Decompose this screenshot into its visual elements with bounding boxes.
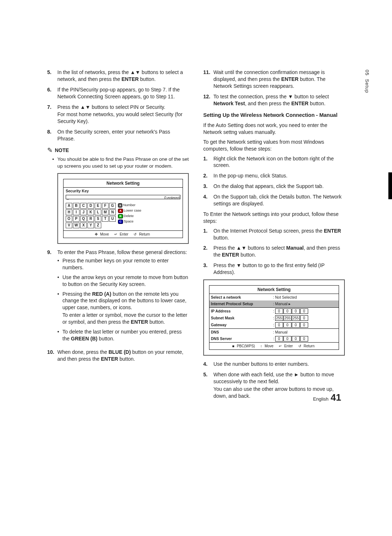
key-c: C xyxy=(80,203,87,209)
step-6: 6. If the PIN/Security pop-up appears, g… xyxy=(47,86,189,100)
enter-step-1: 1.On the Internet Protocol Setup screen,… xyxy=(203,228,345,241)
keyboard-side-buttons: aNumber ALower case BDelete CSpace xyxy=(117,201,143,226)
panel-title: Network Setting xyxy=(64,179,183,188)
net-row: IP Address: 0000 xyxy=(209,307,339,315)
key-q: Q xyxy=(80,216,87,222)
step-11: 11. Wait until the connection confirmati… xyxy=(203,69,345,90)
key-i: I xyxy=(73,209,79,215)
key-y: Y xyxy=(87,222,94,228)
manual-para-1: If the Auto Setting does not work, you n… xyxy=(203,122,345,136)
net-row: DNS Server: 0000 xyxy=(209,335,339,342)
bullet-numbers: Press the number keys on your remote to … xyxy=(62,257,189,271)
win-step-3: 3.On the dialog that appears, click the … xyxy=(203,183,345,190)
key-status: 0 entered xyxy=(64,195,183,201)
step-5: 5. In the list of networks, press the ▲▼… xyxy=(47,69,189,83)
key-d: D xyxy=(87,203,94,209)
key-v: V xyxy=(66,222,72,228)
section-tab: 05 Setup xyxy=(364,70,370,93)
panel-subtitle: Security Key xyxy=(64,188,183,194)
enter-step-2: 2.Press the ▲▼ buttons to select Manual,… xyxy=(203,245,345,258)
note-heading: ✎ NOTE xyxy=(47,146,189,155)
edge-marker xyxy=(388,172,392,199)
key-s: S xyxy=(95,216,101,222)
net-row: DNS: Manual xyxy=(209,328,339,335)
step-7: 7. Press the ▲▼ buttons to select PIN or… xyxy=(47,104,189,125)
manual-heading: Setting Up the Wireless Network Connecti… xyxy=(203,112,345,119)
key-g: G xyxy=(109,203,116,209)
figure-network-setting: Network Setting Select a network: Not Se… xyxy=(203,279,345,356)
bullet-arrows: Use the arrow keys on your remote to mov… xyxy=(62,274,189,288)
key-r: R xyxy=(87,216,94,222)
panel-title: Network Setting xyxy=(209,286,339,294)
step-12: 12. To test the connection, press the ▼ … xyxy=(203,93,345,107)
left-column: 5. In the list of networks, press the ▲▼… xyxy=(47,69,189,403)
key-j: J xyxy=(80,209,87,215)
win-step-2: 2.In the pop-up menu, click Status. xyxy=(203,172,345,179)
keyboard-grid: ABCDEFGHIJKLMNOPQRSTUVWXYZ xyxy=(65,203,116,228)
step-10: 10. When done, press the BLUE (D) button… xyxy=(47,349,189,363)
key-p: P xyxy=(73,216,79,222)
bullet-red: Pressing the RED (A) button on the remot… xyxy=(62,291,189,326)
win-step-4: 4.On the Support tab, click the Details … xyxy=(203,193,345,207)
enter-step-4: 4.Use the number buttons to enter number… xyxy=(203,361,345,368)
panel-footer: ■ PBC(WPS) ↕ Move ↵ Enter ↺ Return xyxy=(209,342,339,350)
win-step-1: 1.Right click the Network icon on the bo… xyxy=(203,155,345,169)
manual-para-2: To get the Network setting values from m… xyxy=(203,139,345,152)
enter-step-3: 3.Press the ▼ button to go to the first … xyxy=(203,262,345,276)
key-o: O xyxy=(66,216,72,222)
bullet-green: To delete the last letter or number you … xyxy=(62,328,189,342)
net-row: Internet Protocol Setup: Manual ▸ xyxy=(209,300,339,307)
key-w: W xyxy=(73,222,79,228)
net-row: Select a network: Not Selected xyxy=(209,294,339,300)
key-m: M xyxy=(102,209,109,215)
key-x: X xyxy=(80,222,87,228)
key-t: T xyxy=(102,216,109,222)
note-body: You should be able to find the Pass Phra… xyxy=(47,156,189,169)
key-n: N xyxy=(109,209,116,215)
manual-para-3: To Enter the Network settings into your … xyxy=(203,211,345,225)
net-row: Subnet Mask: 2552552550 xyxy=(209,315,339,322)
note-icon: ✎ xyxy=(47,146,53,155)
key-a: A xyxy=(66,203,72,209)
key-f: F xyxy=(102,203,109,209)
right-column: 11. Wait until the connection confirmati… xyxy=(203,69,345,403)
net-row: Gateway: 0000 xyxy=(209,322,339,329)
key-l: L xyxy=(95,209,101,215)
key-b: B xyxy=(73,203,79,209)
figure-security-key: Network Setting Security Key _ 0 entered… xyxy=(57,173,189,244)
key-e: E xyxy=(95,203,101,209)
key-h: H xyxy=(66,209,72,215)
key-z: Z xyxy=(95,222,101,228)
network-table: Select a network: Not SelectedInternet P… xyxy=(209,294,339,342)
step-8: 8. On the Security screen, enter your ne… xyxy=(47,128,189,142)
key-k: K xyxy=(87,209,94,215)
panel-footer: ✥ Move ↵ Enter ↺ Return xyxy=(64,230,183,238)
page-footer: English41 xyxy=(313,391,341,404)
key-u: U xyxy=(109,216,116,222)
step-9: 9. To enter the Pass Phrase, follow thes… xyxy=(47,249,189,345)
